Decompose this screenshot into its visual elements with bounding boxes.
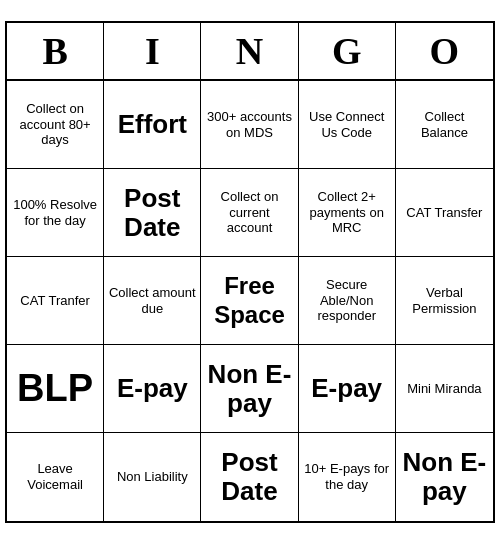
cell-text: Effort xyxy=(118,110,187,139)
bingo-cell: Post Date xyxy=(104,169,201,257)
cell-text: E-pay xyxy=(311,374,382,403)
bingo-cell: Leave Voicemail xyxy=(7,433,104,521)
bingo-cell: Mini Miranda xyxy=(396,345,493,433)
bingo-cell: Collect Balance xyxy=(396,81,493,169)
bingo-cell: Non E-pay xyxy=(201,345,298,433)
bingo-cell: Non E-pay xyxy=(396,433,493,521)
bingo-cell: Verbal Permission xyxy=(396,257,493,345)
bingo-cell: Collect on account 80+ days xyxy=(7,81,104,169)
bingo-cell: Non Liability xyxy=(104,433,201,521)
bingo-cell: E-pay xyxy=(299,345,396,433)
bingo-cell: Collect on current account xyxy=(201,169,298,257)
bingo-cell: Use Connect Us Code xyxy=(299,81,396,169)
cell-text: Leave Voicemail xyxy=(11,461,99,492)
cell-text: Post Date xyxy=(108,184,196,241)
cell-text: Collect amount due xyxy=(108,285,196,316)
header-letter: B xyxy=(7,23,104,79)
bingo-cell: Secure Able/Non responder xyxy=(299,257,396,345)
cell-text: Non E-pay xyxy=(400,448,489,505)
cell-text: Collect on account 80+ days xyxy=(11,101,99,148)
cell-text: CAT Transfer xyxy=(406,205,482,221)
cell-text: CAT Tranfer xyxy=(20,293,90,309)
bingo-cell: 300+ accounts on MDS xyxy=(201,81,298,169)
cell-text: Collect 2+ payments on MRC xyxy=(303,189,391,236)
header-letter: O xyxy=(396,23,493,79)
bingo-cell: CAT Tranfer xyxy=(7,257,104,345)
bingo-grid: Collect on account 80+ daysEffort300+ ac… xyxy=(7,81,493,521)
cell-text: Collect on current account xyxy=(205,189,293,236)
bingo-cell: Collect amount due xyxy=(104,257,201,345)
bingo-cell: 10+ E-pays for the day xyxy=(299,433,396,521)
cell-text: Collect Balance xyxy=(400,109,489,140)
cell-text: 300+ accounts on MDS xyxy=(205,109,293,140)
cell-text: Mini Miranda xyxy=(407,381,481,397)
bingo-cell: Post Date xyxy=(201,433,298,521)
bingo-card: BINGO Collect on account 80+ daysEffort3… xyxy=(5,21,495,523)
bingo-cell: Effort xyxy=(104,81,201,169)
bingo-cell: Free Space xyxy=(201,257,298,345)
cell-text: BLP xyxy=(17,366,93,412)
cell-text: Verbal Permission xyxy=(400,285,489,316)
cell-text: Secure Able/Non responder xyxy=(303,277,391,324)
cell-text: Post Date xyxy=(205,448,293,505)
header-letter: I xyxy=(104,23,201,79)
cell-text: E-pay xyxy=(117,374,188,403)
cell-text: Non Liability xyxy=(117,469,188,485)
bingo-header: BINGO xyxy=(7,23,493,81)
bingo-cell: E-pay xyxy=(104,345,201,433)
bingo-cell: Collect 2+ payments on MRC xyxy=(299,169,396,257)
cell-text: 100% Resolve for the day xyxy=(11,197,99,228)
bingo-cell: 100% Resolve for the day xyxy=(7,169,104,257)
cell-text: Free Space xyxy=(205,272,293,330)
header-letter: G xyxy=(299,23,396,79)
cell-text: Use Connect Us Code xyxy=(303,109,391,140)
bingo-cell: CAT Transfer xyxy=(396,169,493,257)
bingo-cell: BLP xyxy=(7,345,104,433)
cell-text: 10+ E-pays for the day xyxy=(303,461,391,492)
header-letter: N xyxy=(201,23,298,79)
cell-text: Non E-pay xyxy=(205,360,293,417)
